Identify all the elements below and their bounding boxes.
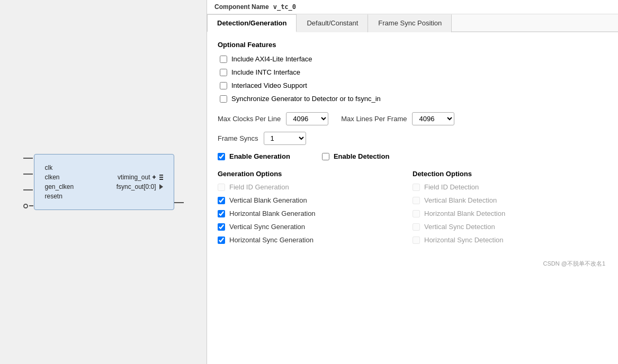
resetn-circle [23, 204, 28, 208]
fsync-arrow-icon [159, 184, 163, 189]
checkbox-interlaced[interactable]: Interlaced Video Support [220, 81, 607, 89]
resetn-wire-left [29, 205, 33, 206]
enable-row: Enable Generation Enable Detection [218, 152, 607, 160]
port-vtiming-label: vtiming_out [118, 174, 150, 181]
det-hblank-checkbox[interactable] [413, 210, 420, 217]
fsync-wire-right [174, 202, 184, 203]
optional-features-group: Include AXI4-Lite Interface Include INTC… [220, 55, 607, 103]
frame-syncs-dropdown[interactable]: 1 2 3 4 [264, 132, 306, 145]
frame-syncs-pair: Frame Syncs 1 2 3 4 [218, 132, 306, 145]
component-label: Component Name [214, 3, 269, 11]
checkbox-intc-label: Include INTC Interface [231, 68, 300, 76]
checkbox-sync-label: Synchronize Generator to Detector or to … [231, 95, 381, 103]
options-row: Generation Options Field ID Generation V… [218, 170, 607, 249]
component-name-value: v_tc_0 [273, 3, 296, 11]
max-clocks-label: Max Clocks Per Line [218, 115, 281, 123]
checkbox-intc-input[interactable] [220, 69, 227, 76]
enable-generation-label: Enable Generation [229, 152, 290, 160]
port-row-gen-clken: gen_clken fsync_out[0:0] [45, 183, 163, 190]
checkbox-axi4-input[interactable] [220, 56, 227, 63]
vtiming-bar-icon [159, 175, 163, 180]
port-fsync-label: fsync_out[0:0] [117, 183, 156, 190]
port-clken-label: clken [45, 174, 60, 181]
det-field-id-checkbox[interactable] [413, 184, 420, 191]
checkbox-sync-input[interactable] [220, 95, 227, 103]
gen-option-hblank[interactable]: Horizontal Blank Generation [218, 210, 413, 217]
gen-hblank-checkbox[interactable] [218, 210, 225, 217]
det-option-vblank[interactable]: Vertical Blank Detection [413, 196, 607, 204]
enable-detection-item[interactable]: Enable Detection [322, 152, 389, 160]
det-option-vsync[interactable]: Vertical Sync Detection [413, 223, 607, 231]
port-row-clk: clk [45, 164, 163, 171]
port-gen-clken-label: gen_clken [45, 183, 74, 190]
gen-vblank-label: Vertical Blank Generation [229, 196, 307, 204]
max-lines-label: Max Lines Per Frame [341, 115, 407, 123]
component-header: Component Name v_tc_0 [207, 0, 618, 14]
checkbox-interlaced-input[interactable] [220, 82, 227, 89]
gen-field-id-checkbox[interactable] [218, 184, 225, 191]
enable-generation-checkbox[interactable] [218, 153, 225, 160]
block-diagram: clk clken vtiming_out + gen_clke [34, 154, 174, 210]
detection-options-col: Detection Options Field ID Detection Ver… [413, 170, 607, 249]
clken-wire-left [23, 174, 33, 175]
gen-vsync-checkbox[interactable] [218, 223, 225, 231]
max-lines-dropdown[interactable]: 4096 2048 1024 512 [412, 112, 454, 125]
gen-option-hsync[interactable]: Horizontal Sync Generation [218, 236, 413, 244]
optional-features-title: Optional Features [218, 41, 607, 49]
max-lines-pair: Max Lines Per Frame 4096 2048 1024 512 [341, 112, 454, 125]
det-option-field-id[interactable]: Field ID Detection [413, 183, 607, 191]
tabs-bar: Detection/Generation Default/Constant Fr… [207, 14, 618, 32]
generation-options-col: Generation Options Field ID Generation V… [218, 170, 413, 249]
gen-hsync-label: Horizontal Sync Generation [229, 236, 314, 244]
det-vsync-label: Vertical Sync Detection [424, 223, 495, 231]
checkbox-sync[interactable]: Synchronize Generator to Detector or to … [220, 95, 607, 103]
detection-options-title: Detection Options [413, 170, 607, 178]
gen-option-field-id[interactable]: Field ID Generation [218, 183, 413, 191]
gen-vblank-checkbox[interactable] [218, 197, 225, 204]
det-hblank-label: Horizontal Blank Detection [424, 210, 505, 217]
det-field-id-label: Field ID Detection [424, 183, 479, 191]
det-vsync-checkbox[interactable] [413, 223, 420, 231]
det-hsync-label: Horizontal Sync Detection [424, 236, 504, 244]
checkbox-axi4-label: Include AXI4-Lite Interface [231, 55, 312, 63]
tab-default-constant[interactable]: Default/Constant [297, 14, 368, 32]
enable-detection-checkbox[interactable] [322, 153, 329, 160]
port-resetn-label: resetn [45, 193, 62, 200]
max-clocks-pair: Max Clocks Per Line 4096 2048 1024 512 [218, 112, 328, 125]
right-panel: Component Name v_tc_0 Detection/Generati… [207, 0, 618, 364]
vtiming-plus-icon: + [152, 174, 156, 181]
gen-hsync-checkbox[interactable] [218, 236, 225, 244]
controls-row-1: Max Clocks Per Line 4096 2048 1024 512 M… [218, 112, 607, 125]
tab-content-detection-generation: Optional Features Include AXI4-Lite Inte… [207, 32, 618, 364]
checkbox-axi4[interactable]: Include AXI4-Lite Interface [220, 55, 607, 63]
det-vblank-checkbox[interactable] [413, 197, 420, 204]
generation-options-title: Generation Options [218, 170, 413, 178]
gen-hblank-label: Horizontal Blank Generation [229, 210, 316, 217]
tab-frame-sync-position[interactable]: Frame Sync Position [368, 14, 452, 32]
port-row-resetn: resetn [45, 193, 163, 200]
det-hsync-checkbox[interactable] [413, 236, 420, 244]
watermark: CSDN @不脱单不改名1 [218, 260, 607, 268]
clk-wire-left [23, 158, 33, 159]
gen-field-id-label: Field ID Generation [229, 183, 289, 191]
det-option-hblank[interactable]: Horizontal Blank Detection [413, 210, 607, 217]
controls-row-2: Frame Syncs 1 2 3 4 [218, 132, 607, 145]
checkbox-interlaced-label: Interlaced Video Support [231, 81, 307, 89]
frame-syncs-label: Frame Syncs [218, 134, 258, 142]
max-clocks-dropdown[interactable]: 4096 2048 1024 512 [286, 112, 328, 125]
enable-generation-item[interactable]: Enable Generation [218, 152, 290, 160]
gen-vsync-label: Vertical Sync Generation [229, 223, 305, 231]
checkbox-intc[interactable]: Include INTC Interface [220, 68, 607, 76]
det-option-hsync[interactable]: Horizontal Sync Detection [413, 236, 607, 244]
gen-option-vblank[interactable]: Vertical Blank Generation [218, 196, 413, 204]
tab-detection-generation[interactable]: Detection/Generation [207, 14, 297, 32]
gen-clken-wire-left [23, 189, 33, 190]
det-vblank-label: Vertical Blank Detection [424, 196, 497, 204]
port-row-clken: clken vtiming_out + [45, 174, 163, 181]
port-clk-label: clk [45, 164, 53, 171]
gen-option-vsync[interactable]: Vertical Sync Generation [218, 223, 413, 231]
left-panel: clk clken vtiming_out + gen_clke [0, 0, 207, 364]
enable-detection-label: Enable Detection [334, 152, 389, 160]
